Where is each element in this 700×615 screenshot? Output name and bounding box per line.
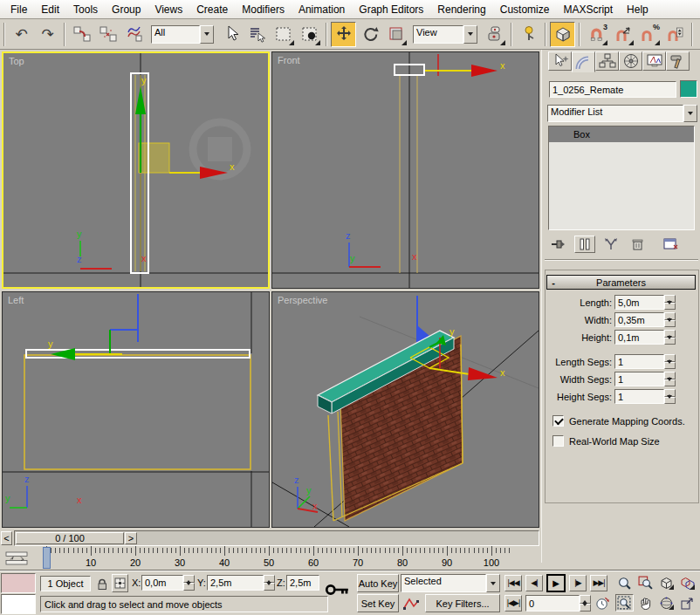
menu-item-create[interactable]: Create (189, 2, 235, 17)
selection-lock-toggle[interactable] (94, 575, 110, 592)
tab-hierarchy[interactable] (595, 51, 619, 71)
select-object-button[interactable] (218, 22, 244, 47)
length-spinner[interactable] (664, 295, 676, 310)
pin-stack-button[interactable] (548, 236, 569, 253)
track-bar-ruler[interactable]: 0 10 20 30 40 50 60 70 80 90 100 (33, 546, 539, 571)
viewport-perspective-label[interactable]: Perspective (278, 295, 327, 305)
current-frame-spinner[interactable] (580, 595, 591, 612)
spinner-snap-button[interactable] (662, 22, 688, 47)
menu-item-rendering[interactable]: Rendering (430, 2, 492, 17)
width-spinner[interactable] (664, 312, 676, 327)
tab-modify[interactable] (572, 51, 595, 72)
parameters-rollout-header[interactable]: - Parameters (546, 275, 696, 290)
menu-item-customize[interactable]: Customize (493, 2, 557, 17)
width-field[interactable]: 0,35m (614, 312, 664, 327)
menu-item-animation[interactable]: Animation (292, 2, 352, 17)
y-coord-spinner[interactable] (264, 575, 275, 591)
frame-position-handle[interactable] (43, 547, 51, 569)
tab-create[interactable] (548, 51, 572, 71)
menu-item-tools[interactable]: Tools (66, 2, 105, 17)
y-coord-field[interactable]: 2,5m (207, 575, 264, 591)
menu-item-group[interactable]: Group (105, 2, 148, 17)
viewport-front-label[interactable]: Front (278, 55, 300, 65)
select-and-manipulate-button[interactable] (516, 22, 541, 47)
selection-filter-dropdown[interactable]: All (151, 25, 214, 44)
height-segs-field[interactable]: 1 (614, 389, 664, 404)
modifier-stack-item-box[interactable]: Box (549, 126, 694, 142)
time-slider-track[interactable]: 0 / 100 > (14, 530, 539, 546)
configure-modifier-sets-button[interactable] (660, 236, 681, 253)
viewport-top[interactable]: Top y x y z x (2, 51, 270, 289)
default-in-out-tangents-button[interactable] (401, 594, 422, 612)
bind-to-space-warp-button[interactable] (121, 22, 147, 47)
selection-region-button[interactable] (271, 22, 296, 47)
tab-utilities[interactable] (666, 51, 690, 71)
macro-recorder-mini-listener[interactable] (1, 573, 36, 593)
object-color-swatch[interactable] (680, 80, 697, 98)
previous-frame-button[interactable]: ◀| (525, 575, 543, 591)
redo-button[interactable]: ↷ (35, 22, 60, 47)
viewport-front[interactable]: Front x z y x (271, 51, 539, 289)
open-mini-curve-editor-button[interactable] (2, 549, 31, 567)
key-filters-button[interactable]: Key Filters... (425, 594, 500, 612)
time-slider-prev-button[interactable]: < (1, 531, 12, 545)
remove-modifier-button[interactable] (627, 236, 648, 253)
height-segs-spinner[interactable] (664, 389, 676, 404)
angle-snap-button[interactable] (610, 22, 635, 47)
width-segs-spinner[interactable] (664, 372, 676, 386)
make-unique-button[interactable] (600, 236, 621, 253)
time-configuration-button[interactable] (594, 595, 611, 612)
current-frame-field[interactable]: 0 (525, 595, 580, 612)
viewport-top-label[interactable]: Top (9, 56, 24, 66)
object-name-field[interactable]: 1_0256_Remate (549, 81, 676, 98)
length-segs-spinner[interactable] (664, 354, 676, 369)
time-slider-handle[interactable]: 0 / 100 (16, 532, 124, 544)
select-and-move-button[interactable] (331, 22, 356, 47)
unlink-selection-button[interactable] (95, 22, 120, 47)
select-and-scale-button[interactable] (383, 22, 408, 47)
menu-item-views[interactable]: Views (148, 2, 189, 17)
modifier-list-dropdown[interactable]: Modifier List (547, 105, 697, 122)
go-to-end-button[interactable]: ▶▶| (590, 575, 607, 591)
select-by-name-button[interactable] (244, 22, 270, 47)
auto-key-button[interactable]: Auto Key (357, 574, 399, 592)
menu-item-modifiers[interactable]: Modifiers (235, 2, 292, 17)
viewport-perspective[interactable]: Perspective x y z y x (271, 291, 539, 528)
zoom-region-button[interactable] (615, 594, 634, 612)
undo-button[interactable]: ↶ (9, 22, 34, 47)
width-segs-field[interactable]: 1 (614, 372, 664, 386)
zoom-button[interactable] (615, 574, 634, 591)
viewport-left-label[interactable]: Left (8, 295, 24, 305)
real-world-map-checkbox[interactable] (552, 435, 564, 447)
select-and-link-button[interactable] (69, 22, 94, 47)
arc-rotate-button[interactable] (657, 594, 676, 612)
menu-item-file[interactable]: File (3, 2, 34, 17)
select-and-rotate-button[interactable] (357, 22, 382, 47)
zoom-extents-button[interactable] (657, 574, 676, 591)
key-mode-toggle-button[interactable]: |◀▶| (504, 595, 522, 612)
reference-coordinate-dropdown[interactable]: View (413, 25, 477, 44)
x-coord-field[interactable]: 0,0m (141, 575, 183, 591)
min-max-toggle-button[interactable] (678, 594, 697, 612)
set-key-button[interactable]: Set Key (357, 594, 399, 612)
tab-motion[interactable] (619, 51, 642, 71)
time-slider-next-button[interactable]: > (125, 532, 137, 544)
pan-view-button[interactable] (636, 594, 655, 612)
menu-item-help[interactable]: Help (620, 2, 655, 17)
next-frame-button[interactable]: |▶ (569, 575, 587, 591)
modifier-stack[interactable]: Box (548, 126, 695, 230)
length-field[interactable]: 5,0m (614, 295, 664, 310)
menu-item-maxscript[interactable]: MAXScript (556, 2, 620, 17)
menu-item-graph-editors[interactable]: Graph Editors (352, 2, 430, 17)
z-coord-field[interactable]: 2,5m (286, 575, 319, 591)
height-field[interactable]: 0,1m (614, 330, 664, 345)
zoom-all-button[interactable] (636, 574, 655, 591)
use-pivot-center-button[interactable] (482, 22, 507, 47)
window-crossing-button[interactable] (297, 22, 322, 47)
maxscript-mini-listener[interactable] (1, 594, 36, 614)
length-segs-field[interactable]: 1 (614, 354, 664, 369)
show-end-result-button[interactable] (574, 236, 595, 253)
keyboard-override-toggle[interactable] (550, 22, 575, 47)
track-bar[interactable]: 0 10 20 30 40 50 60 70 80 90 100 (0, 546, 541, 571)
snaps-toggle-button[interactable]: 3 (584, 22, 609, 47)
